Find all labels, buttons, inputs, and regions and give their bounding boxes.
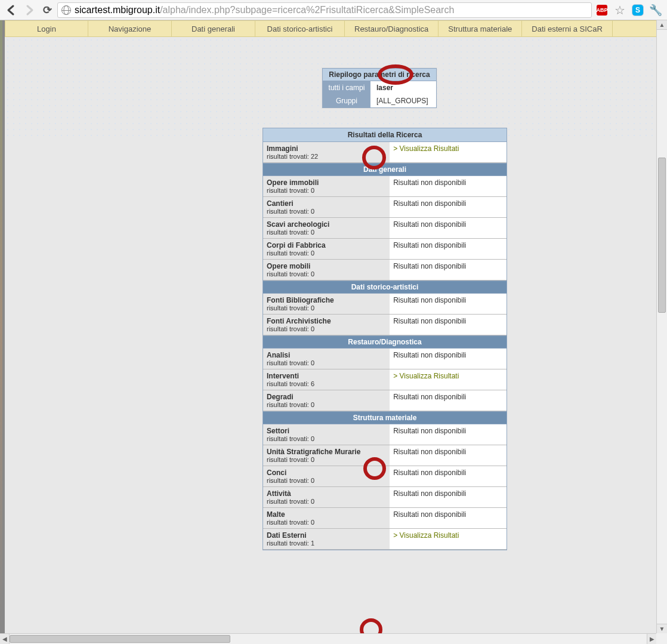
result-row: Fonti Archivisticherisultati trovati: 0R…: [263, 315, 507, 335]
scroll-up-icon[interactable]: ▲: [657, 20, 667, 30]
result-name: Cantieri: [267, 199, 386, 208]
result-group-header: Struttura materiale: [263, 411, 507, 424]
skype-icon[interactable]: S: [631, 4, 644, 17]
result-name: Degradi: [267, 393, 386, 401]
result-unavailable: Risultati non disponibili: [390, 239, 507, 259]
result-count-line: risultati trovati: 0: [267, 519, 386, 526]
search-field-label: tutti i campi: [323, 81, 370, 94]
search-group-label: Gruppi: [323, 94, 370, 107]
result-group-header: Dati storico-artistici: [263, 281, 507, 294]
horizontal-scroll-thumb[interactable]: [10, 635, 230, 643]
search-group-value: [ALL_GROUPS]: [370, 94, 436, 107]
result-row: Opere immobilirisultati trovati: 0Risult…: [263, 176, 507, 197]
url-host: sicartest.mbigroup.it: [75, 5, 160, 16]
tab-navigazione[interactable]: Navigazione: [88, 21, 172, 36]
result-name: Attività: [267, 489, 386, 498]
result-name: Scavi archeologici: [267, 220, 386, 229]
result-name: Opere mobili: [267, 262, 386, 270]
scroll-right-icon[interactable]: ▶: [647, 634, 656, 644]
result-name: Dati Esterni: [267, 531, 386, 540]
search-field-value: laser: [370, 81, 436, 94]
result-count-line: risultati trovati: 0: [267, 456, 386, 463]
view-results-link[interactable]: Visualizza Risultati: [390, 142, 507, 162]
result-count-line: risultati trovati: 0: [267, 249, 386, 257]
tab-login[interactable]: Login: [5, 21, 88, 36]
result-unavailable: Risultati non disponibili: [390, 508, 507, 528]
result-name: Settori: [267, 427, 386, 435]
result-count-line: risultati trovati: 0: [267, 208, 386, 215]
result-row: Attivitàrisultati trovati: 0Risultati no…: [263, 487, 507, 508]
result-count-line: risultati trovati: 0: [267, 304, 386, 312]
view-results-link[interactable]: Visualizza Risultati: [390, 529, 507, 549]
result-name: Interventi: [267, 372, 386, 380]
result-count-line: risultati trovati: 0: [267, 477, 386, 484]
results-panel: Risultati della Ricerca Immagini risulta…: [263, 128, 507, 550]
result-name: Conci: [267, 469, 386, 477]
back-button[interactable]: [4, 2, 19, 18]
wrench-icon[interactable]: 🔧: [649, 4, 662, 17]
result-row: Malterisultati trovati: 0Risultati non d…: [263, 508, 507, 529]
result-unavailable: Risultati non disponibili: [390, 260, 507, 280]
result-group-header: Dati generali: [263, 163, 507, 176]
tab-dati-storico-artistici[interactable]: Dati storico-artistici: [255, 21, 345, 36]
scroll-down-icon[interactable]: ▼: [657, 624, 667, 633]
result-unavailable: Risultati non disponibili: [390, 294, 507, 314]
url-bar[interactable]: sicartest.mbigroup.it/alpha/index.php?su…: [57, 2, 592, 18]
result-count-line: risultati trovati: 0: [267, 325, 386, 332]
abp-icon[interactable]: ABP: [595, 4, 609, 17]
result-name: Analisi: [267, 351, 386, 359]
result-count-line: risultati trovati: 0: [267, 270, 386, 278]
result-row: Settoririsultati trovati: 0Risultati non…: [263, 424, 507, 445]
vertical-scroll-thumb[interactable]: [658, 158, 666, 313]
bookmark-star-icon[interactable]: ☆: [613, 4, 626, 17]
result-count-line: risultati trovati: 0: [267, 187, 386, 194]
result-group-header: Restauro/Diagnostica: [263, 335, 507, 349]
tab-restauro-diagnostica[interactable]: Restauro/Diagnostica: [345, 21, 439, 36]
result-count-line: risultati trovati: 0: [267, 498, 386, 505]
result-count-line: risultati trovati: 6: [267, 380, 386, 387]
tab-dati-esterni[interactable]: Dati esterni a SICaR: [522, 21, 613, 36]
url-path: /alpha/index.php?subpage=ricerca%2Frisul…: [160, 5, 454, 16]
globe-icon: [61, 5, 71, 15]
result-unavailable: Risultati non disponibili: [390, 349, 507, 369]
reload-button[interactable]: ⟳: [39, 2, 55, 18]
horizontal-scrollbar[interactable]: ◀ ▶: [0, 633, 656, 644]
result-count-line: risultati trovati: 0: [267, 359, 386, 366]
result-count-line: risultati trovati: 0: [267, 435, 386, 442]
vertical-scrollbar[interactable]: ▲ ▼: [656, 20, 667, 633]
result-unavailable: Risultati non disponibili: [390, 197, 507, 217]
result-name: Opere immobili: [267, 178, 386, 187]
scrollbar-corner: [656, 633, 667, 644]
result-row: Fonti Bibliograficherisultati trovati: 0…: [263, 294, 507, 315]
result-name: Fonti Archivistiche: [267, 317, 386, 325]
result-count: 22: [311, 153, 318, 160]
result-count-line: risultati trovati: 0: [267, 229, 386, 236]
result-row: Interventirisultati trovati: 6Visualizza…: [263, 369, 507, 390]
result-row: Dati Esternirisultati trovati: 1Visualiz…: [263, 529, 507, 550]
result-name: Corpi di Fabbrica: [267, 241, 386, 249]
result-row-immagini: Immagini risultati trovati: 22 Visualizz…: [263, 142, 507, 163]
result-name: Fonti Bibliografiche: [267, 296, 386, 304]
result-unavailable: Risultati non disponibili: [390, 218, 507, 238]
forward-button[interactable]: [21, 2, 37, 18]
result-unavailable: Risultati non disponibili: [390, 466, 507, 486]
result-row: Cantieririsultati trovati: 0Risultati no…: [263, 197, 507, 218]
search-params-title: Riepilogo parametri di ricerca: [323, 69, 436, 81]
scroll-left-icon[interactable]: ◀: [0, 634, 10, 644]
results-title: Risultati della Ricerca: [263, 128, 507, 142]
result-row: Opere mobilirisultati trovati: 0Risultat…: [263, 260, 507, 281]
tab-dati-generali[interactable]: Dati generali: [172, 21, 255, 36]
search-params-box: Riepilogo parametri di ricerca tutti i c…: [322, 68, 437, 108]
result-row: Analisirisultati trovati: 0Risultati non…: [263, 349, 507, 369]
result-row: Concirisultati trovati: 0Risultati non d…: [263, 466, 507, 487]
result-unavailable: Risultati non disponibili: [390, 390, 507, 411]
browser-toolbar: ⟳ sicartest.mbigroup.it/alpha/index.php?…: [0, 0, 667, 20]
page-viewport: Login Navigazione Dati generali Dati sto…: [0, 20, 667, 644]
tab-struttura-materiale[interactable]: Struttura materiale: [439, 21, 522, 36]
result-count-line: risultati trovati: 1: [267, 540, 386, 547]
result-row: Corpi di Fabbricarisultati trovati: 0Ris…: [263, 239, 507, 260]
view-results-link[interactable]: Visualizza Risultati: [390, 369, 507, 390]
result-unavailable: Risultati non disponibili: [390, 315, 507, 335]
result-row: Scavi archeologicirisultati trovati: 0Ri…: [263, 218, 507, 239]
result-row: Degradirisultati trovati: 0Risultati non…: [263, 390, 507, 411]
